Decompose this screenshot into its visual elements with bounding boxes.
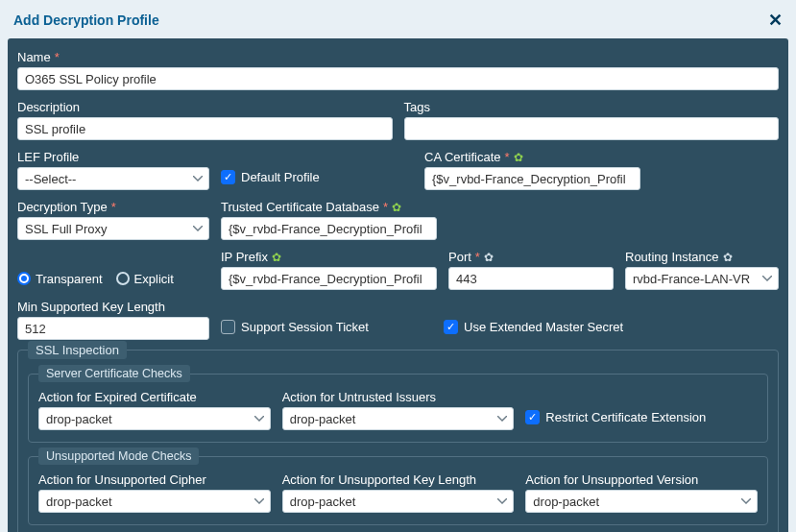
close-icon[interactable]: ✕ xyxy=(768,10,783,31)
tags-input[interactable] xyxy=(404,117,780,140)
action-untrusted-issuers-select[interactable] xyxy=(282,407,515,430)
transparent-radio[interactable] xyxy=(17,272,31,285)
name-input[interactable] xyxy=(17,67,779,90)
port-label: Port* ✿ xyxy=(448,250,614,264)
action-expired-cert-label: Action for Expired Certificate xyxy=(38,390,271,404)
ip-prefix-label: IP Prefix ✿ xyxy=(221,250,437,264)
unsupported-mode-checks-panel: Unsupported Mode Checks Action for Unsup… xyxy=(28,456,768,525)
action-expired-cert-select[interactable] xyxy=(38,407,271,430)
modal-title: Add Decryption Profile xyxy=(13,12,159,28)
default-profile-checkbox[interactable]: ✓ xyxy=(221,170,235,184)
ip-prefix-input[interactable] xyxy=(221,267,437,290)
modal-header: Add Decryption Profile ✕ xyxy=(0,0,796,38)
routing-instance-label: Routing Instance ✿ xyxy=(625,250,779,264)
ca-cert-label: CA Certificate* ✿ xyxy=(424,150,640,164)
name-label: Name* xyxy=(17,50,779,64)
tags-label: Tags xyxy=(404,100,780,114)
action-unsupported-version-select[interactable] xyxy=(525,490,758,513)
ssl-inspection-label: SSL Inspection xyxy=(28,341,127,359)
port-input[interactable] xyxy=(448,267,614,290)
modal-body: Name* Description Tags LEF Profile xyxy=(8,38,788,532)
server-cert-checks-panel: Server Certificate Checks Action for Exp… xyxy=(28,374,768,443)
decryption-type-select[interactable] xyxy=(17,217,209,240)
server-cert-checks-label: Server Certificate Checks xyxy=(38,365,190,382)
decryption-type-label: Decryption Type* xyxy=(17,200,209,214)
gear-icon[interactable]: ✿ xyxy=(514,151,523,164)
action-untrusted-issuers-label: Action for Untrusted Issuers xyxy=(282,390,515,404)
extended-master-secret-label: Use Extended Master Secret xyxy=(464,320,623,334)
explicit-label: Explicit xyxy=(134,272,174,286)
unsupported-mode-checks-label: Unsupported Mode Checks xyxy=(38,447,199,465)
gear-icon[interactable]: ✿ xyxy=(723,251,733,264)
gear-icon[interactable]: ✿ xyxy=(272,251,281,264)
action-unsupported-key-length-label: Action for Unsupported Key Length xyxy=(282,472,515,487)
support-session-ticket-label: Support Session Ticket xyxy=(241,320,369,334)
restrict-cert-ext-label: Restrict Certificate Extension xyxy=(545,410,706,424)
action-unsupported-key-length-select[interactable] xyxy=(282,490,515,513)
trusted-cert-db-input[interactable] xyxy=(221,217,437,240)
mode-radio-group: Transparent Explicit xyxy=(17,267,209,290)
extended-master-secret-checkbox[interactable]: ✓ xyxy=(444,320,458,334)
ca-cert-input[interactable] xyxy=(424,167,640,190)
trusted-cert-db-label: Trusted Certificate Database* ✿ xyxy=(221,200,437,214)
restrict-cert-ext-checkbox[interactable]: ✓ xyxy=(525,410,540,424)
description-input[interactable] xyxy=(17,117,393,140)
lef-profile-select[interactable] xyxy=(17,167,209,190)
routing-instance-select[interactable] xyxy=(625,267,779,290)
action-unsupported-cipher-select[interactable] xyxy=(38,490,271,513)
lef-profile-label: LEF Profile xyxy=(17,150,209,164)
gear-icon[interactable]: ✿ xyxy=(484,251,494,264)
action-unsupported-cipher-label: Action for Unsupported Cipher xyxy=(38,472,271,487)
description-label: Description xyxy=(17,100,393,114)
explicit-radio[interactable] xyxy=(116,272,130,285)
min-key-length-label: Min Supported Key Length xyxy=(17,300,209,314)
gear-icon[interactable]: ✿ xyxy=(392,201,401,214)
transparent-label: Transparent xyxy=(36,272,103,286)
support-session-ticket-checkbox[interactable] xyxy=(221,320,235,334)
min-key-length-input[interactable] xyxy=(17,317,209,340)
action-unsupported-version-label: Action for Unsupported Version xyxy=(525,472,758,487)
default-profile-label: Default Profile xyxy=(241,170,320,184)
decryption-profile-modal: Add Decryption Profile ✕ Name* Descripti… xyxy=(0,0,796,532)
ssl-inspection-panel: SSL Inspection Server Certificate Checks… xyxy=(17,350,779,532)
